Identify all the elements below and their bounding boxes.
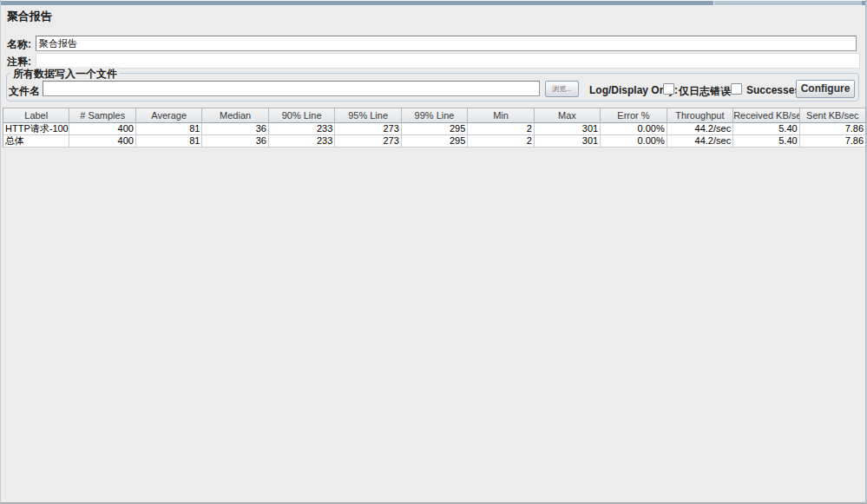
table-cell[interactable]: 273 bbox=[335, 123, 401, 135]
write-results-group-title: 所有数据写入一个文件 bbox=[10, 67, 120, 82]
errors-checkbox-label[interactable]: 仅日志错误 bbox=[679, 84, 731, 99]
top-scrollbar-thumb[interactable] bbox=[1, 1, 714, 5]
top-scrollbar bbox=[1, 0, 865, 6]
column-header-samples[interactable]: # Samples bbox=[69, 108, 135, 123]
column-header-error[interactable]: Error % bbox=[601, 108, 667, 123]
top-scrollbar-cap bbox=[862, 1, 865, 5]
table-cell[interactable]: 2 bbox=[468, 123, 534, 135]
column-header-99pct[interactable]: 99% Line bbox=[402, 108, 468, 123]
table-header-row: Label # Samples Average Median 90% Line … bbox=[3, 108, 865, 123]
column-header-max[interactable]: Max bbox=[535, 108, 601, 123]
page-title: 聚合报告 bbox=[7, 9, 52, 24]
successes-checkbox[interactable] bbox=[731, 83, 742, 95]
table-cell[interactable]: 5.40 bbox=[733, 135, 799, 147]
table-row[interactable]: HTTP请求-100... 400 81 36 233 273 295 2 30… bbox=[3, 123, 865, 135]
column-header-label[interactable]: Label bbox=[3, 108, 69, 123]
browse-button[interactable]: 浏览... bbox=[545, 81, 579, 97]
successes-checkbox-label[interactable]: Successes bbox=[746, 84, 800, 96]
table-cell[interactable]: 400 bbox=[69, 135, 135, 147]
column-header-sent[interactable]: Sent KB/sec bbox=[800, 108, 865, 123]
table-cell[interactable]: 81 bbox=[136, 135, 202, 147]
table-cell[interactable]: 44.2/sec bbox=[667, 123, 733, 135]
table-cell[interactable]: 44.2/sec bbox=[667, 135, 733, 147]
table-cell[interactable]: 0.00% bbox=[601, 123, 667, 135]
table-cell[interactable]: 36 bbox=[202, 123, 268, 135]
table-cell[interactable]: 0.00% bbox=[601, 135, 667, 147]
errors-checkbox[interactable] bbox=[663, 83, 674, 95]
column-header-throughput[interactable]: Throughput bbox=[667, 108, 733, 123]
aggregate-report-panel: 聚合报告 名称: 注释: 所有数据写入一个文件 文件名 浏览... Log/Di… bbox=[0, 0, 867, 504]
table-cell[interactable]: 总体 bbox=[3, 135, 69, 147]
table-cell[interactable]: 301 bbox=[535, 123, 601, 135]
name-label: 名称: bbox=[7, 37, 31, 52]
table-cell[interactable]: 295 bbox=[402, 135, 468, 147]
name-input[interactable] bbox=[36, 36, 857, 51]
column-header-95pct[interactable]: 95% Line bbox=[335, 108, 401, 123]
filename-input[interactable] bbox=[43, 81, 540, 96]
table-cell[interactable]: 295 bbox=[402, 123, 468, 135]
aggregate-report-table: Label # Samples Average Median 90% Line … bbox=[3, 108, 866, 147]
table-cell[interactable]: 273 bbox=[335, 135, 401, 147]
column-header-received[interactable]: Received KB/sec bbox=[733, 108, 799, 123]
table-row-total[interactable]: 总体 400 81 36 233 273 295 2 301 0.00% 44.… bbox=[3, 135, 865, 147]
filename-label: 文件名 bbox=[9, 84, 40, 99]
configure-button[interactable]: Configure bbox=[796, 80, 855, 98]
table-cell[interactable]: 36 bbox=[202, 135, 268, 147]
table-cell[interactable]: 301 bbox=[535, 135, 601, 147]
table-cell[interactable]: 233 bbox=[269, 135, 335, 147]
comments-input[interactable] bbox=[36, 53, 860, 69]
table-cell[interactable]: 2 bbox=[468, 135, 534, 147]
column-header-average[interactable]: Average bbox=[136, 108, 202, 123]
table-cell[interactable]: 400 bbox=[69, 123, 135, 135]
table-cell[interactable]: 7.86 bbox=[800, 123, 865, 135]
table-cell[interactable]: 81 bbox=[136, 123, 202, 135]
column-header-median[interactable]: Median bbox=[202, 108, 268, 123]
table-cell[interactable]: HTTP请求-100... bbox=[3, 123, 69, 135]
table-cell[interactable]: 5.40 bbox=[733, 123, 799, 135]
top-scrollbar-track[interactable] bbox=[1, 1, 865, 5]
column-header-90pct[interactable]: 90% Line bbox=[269, 108, 335, 123]
table-cell[interactable]: 233 bbox=[269, 123, 335, 135]
table-cell[interactable]: 7.86 bbox=[800, 135, 865, 147]
column-header-min[interactable]: Min bbox=[468, 108, 534, 123]
